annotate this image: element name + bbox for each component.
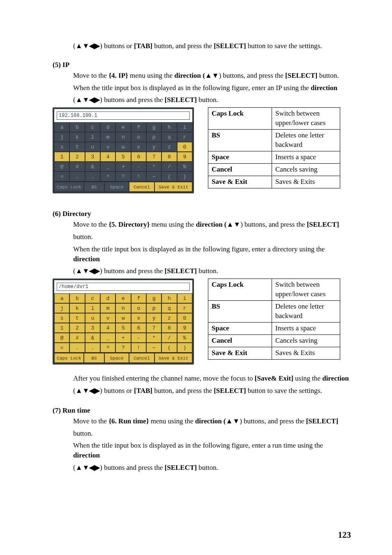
key-.[interactable]: . xyxy=(69,343,85,353)
key-4[interactable]: 4 xyxy=(100,323,115,333)
key-([interactable]: ( xyxy=(161,172,177,181)
key-.[interactable]: . xyxy=(69,172,85,181)
key-capslock[interactable]: Caps Lock xyxy=(54,353,84,363)
key-?[interactable]: ? xyxy=(115,172,131,181)
key-a[interactable]: a xyxy=(54,293,69,303)
key-j[interactable]: j xyxy=(54,132,69,142)
key-~[interactable]: ~ xyxy=(146,172,161,181)
key-![interactable]: ! xyxy=(131,343,146,353)
key-b[interactable]: b xyxy=(69,122,85,132)
key-0[interactable]: 0 xyxy=(177,142,192,152)
key-=[interactable]: = xyxy=(54,343,69,353)
key-d[interactable]: d xyxy=(100,122,115,132)
key-6[interactable]: 6 xyxy=(131,152,146,162)
key-^[interactable]: ^ xyxy=(100,172,115,181)
key-?[interactable]: ? xyxy=(115,343,131,353)
key-8[interactable]: 8 xyxy=(161,152,177,162)
key-space[interactable]: Space xyxy=(104,182,129,192)
kbd-input-ip[interactable]: 192.168.100.1 xyxy=(57,111,190,120)
key-g[interactable]: g xyxy=(146,293,161,303)
key-_[interactable]: _ xyxy=(100,162,115,172)
key-o[interactable]: o xyxy=(131,132,146,142)
key-_[interactable]: _ xyxy=(100,333,115,343)
kbd-input-dir[interactable]: /home/dvr1 xyxy=(57,283,190,291)
key-n[interactable]: n xyxy=(115,132,131,142)
key-3[interactable]: 3 xyxy=(85,323,100,333)
key-2[interactable]: 2 xyxy=(69,323,85,333)
key-h[interactable]: h xyxy=(161,293,177,303)
key-o[interactable]: o xyxy=(131,303,146,313)
key--[interactable]: - xyxy=(131,162,146,172)
key-![interactable]: ! xyxy=(131,172,146,181)
key-5[interactable]: 5 xyxy=(115,323,131,333)
key-g[interactable]: g xyxy=(146,122,161,132)
key-r[interactable]: r xyxy=(177,303,192,313)
key-v[interactable]: v xyxy=(100,313,115,323)
key-1[interactable]: 1 xyxy=(54,323,69,333)
key-^[interactable]: ^ xyxy=(100,343,115,353)
key-c[interactable]: c xyxy=(85,122,100,132)
key-%[interactable]: % xyxy=(177,162,192,172)
key-z[interactable]: z xyxy=(161,142,177,152)
key-&[interactable]: & xyxy=(85,333,100,343)
key-*[interactable]: * xyxy=(146,162,161,172)
key-y[interactable]: y xyxy=(146,142,161,152)
key-l[interactable]: l xyxy=(85,132,100,142)
key-&[interactable]: & xyxy=(85,162,100,172)
key-~[interactable]: ~ xyxy=(146,343,161,353)
key-u[interactable]: u xyxy=(85,313,100,323)
key-+[interactable]: + xyxy=(115,333,131,343)
key-e[interactable]: e xyxy=(115,122,131,132)
key-0[interactable]: 0 xyxy=(177,313,192,323)
key-w[interactable]: w xyxy=(115,142,131,152)
key-l[interactable]: l xyxy=(85,303,100,313)
key-save-exit[interactable]: Save & Exit xyxy=(154,182,192,192)
key-5[interactable]: 5 xyxy=(115,152,131,162)
key-.[interactable]: . xyxy=(85,343,100,353)
key-n[interactable]: n xyxy=(115,303,131,313)
key--[interactable]: - xyxy=(131,333,146,343)
key-f[interactable]: f xyxy=(131,293,146,303)
key-q[interactable]: q xyxy=(161,303,177,313)
key-=[interactable]: = xyxy=(54,172,69,181)
key-j[interactable]: j xyxy=(54,303,69,313)
key-save-exit[interactable]: Save & Exit xyxy=(154,353,192,363)
key-#[interactable]: # xyxy=(69,162,85,172)
key-9[interactable]: 9 xyxy=(177,152,192,162)
key-cancel[interactable]: Cancel xyxy=(129,182,154,192)
key-7[interactable]: 7 xyxy=(146,323,161,333)
key-@[interactable]: @ xyxy=(54,333,69,343)
key-q[interactable]: q xyxy=(161,132,177,142)
key-u[interactable]: u xyxy=(85,142,100,152)
key-p[interactable]: p xyxy=(146,132,161,142)
key-m[interactable]: m xyxy=(100,303,115,313)
key-f[interactable]: f xyxy=(131,122,146,132)
key-i[interactable]: i xyxy=(177,293,192,303)
key-2[interactable]: 2 xyxy=(69,152,85,162)
key-%[interactable]: % xyxy=(177,333,192,343)
key-cancel[interactable]: Cancel xyxy=(129,353,154,363)
key-s[interactable]: s xyxy=(54,313,69,323)
key-1[interactable]: 1 xyxy=(54,152,69,162)
key-s[interactable]: s xyxy=(54,142,69,152)
key-b[interactable]: b xyxy=(69,293,85,303)
key-k[interactable]: k xyxy=(69,303,85,313)
key-r[interactable]: r xyxy=(177,132,192,142)
key-a[interactable]: a xyxy=(54,122,69,132)
key-e[interactable]: e xyxy=(115,293,131,303)
key-)[interactable]: ) xyxy=(177,343,192,353)
key-space[interactable]: Space xyxy=(104,353,129,363)
key-capslock[interactable]: Caps Lock xyxy=(54,182,84,192)
key-y[interactable]: y xyxy=(146,313,161,323)
key-z[interactable]: z xyxy=(161,313,177,323)
key-h[interactable]: h xyxy=(161,122,177,132)
key-#[interactable]: # xyxy=(69,333,85,343)
key-t[interactable]: t xyxy=(69,313,85,323)
key-i[interactable]: i xyxy=(177,122,192,132)
key-3[interactable]: 3 xyxy=(85,152,100,162)
key-k[interactable]: k xyxy=(69,132,85,142)
key-4[interactable]: 4 xyxy=(100,152,115,162)
key-bs[interactable]: BS xyxy=(84,182,104,192)
key-x[interactable]: x xyxy=(131,313,146,323)
key-x[interactable]: x xyxy=(131,142,146,152)
